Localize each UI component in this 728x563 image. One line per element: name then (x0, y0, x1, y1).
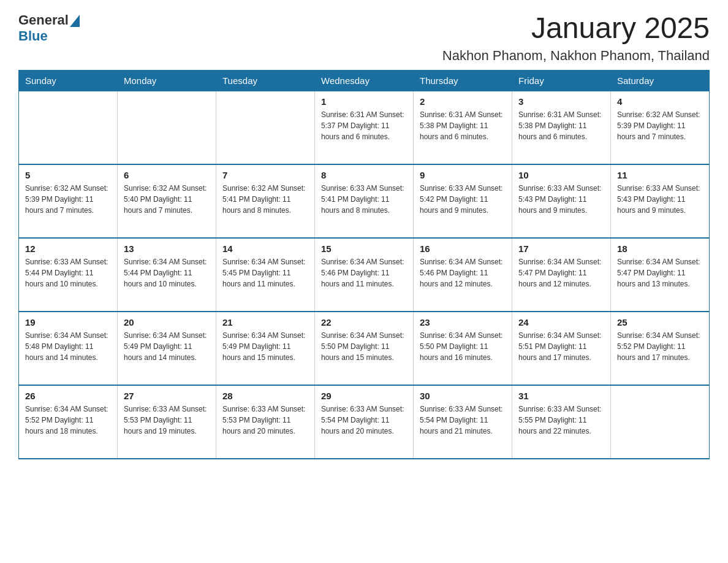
day-info: Sunrise: 6:32 AM Sunset: 5:39 PM Dayligh… (25, 183, 111, 216)
calendar-cell: 16Sunrise: 6:34 AM Sunset: 5:46 PM Dayli… (414, 238, 512, 312)
day-number: 23 (420, 317, 506, 327)
day-info: Sunrise: 6:34 AM Sunset: 5:49 PM Dayligh… (222, 330, 308, 363)
header-day-friday: Friday (512, 70, 611, 91)
calendar-cell: 7Sunrise: 6:32 AM Sunset: 5:41 PM Daylig… (216, 164, 315, 238)
day-number: 31 (518, 391, 604, 401)
page-header: General Blue January 2025 Nakhon Phanom,… (18, 12, 710, 64)
logo: General Blue (18, 12, 80, 44)
day-number: 13 (124, 243, 210, 254)
calendar-cell (19, 91, 118, 164)
header-day-thursday: Thursday (414, 70, 512, 91)
day-number: 21 (222, 317, 308, 327)
day-number: 28 (222, 391, 308, 401)
calendar-cell: 10Sunrise: 6:33 AM Sunset: 5:43 PM Dayli… (512, 164, 611, 238)
calendar-cell: 21Sunrise: 6:34 AM Sunset: 5:49 PM Dayli… (216, 312, 315, 385)
calendar-cell: 22Sunrise: 6:34 AM Sunset: 5:50 PM Dayli… (315, 312, 414, 385)
day-number: 12 (25, 243, 111, 254)
calendar-cell: 29Sunrise: 6:33 AM Sunset: 5:54 PM Dayli… (315, 385, 414, 459)
calendar-cell: 8Sunrise: 6:33 AM Sunset: 5:41 PM Daylig… (315, 164, 414, 238)
day-number: 27 (124, 391, 210, 401)
day-number: 25 (617, 317, 703, 327)
day-number: 2 (420, 96, 506, 107)
calendar-cell: 28Sunrise: 6:33 AM Sunset: 5:53 PM Dayli… (216, 385, 315, 459)
day-number: 3 (518, 96, 604, 107)
location-title: Nakhon Phanom, Nakhon Phanom, Thailand (442, 48, 710, 64)
day-info: Sunrise: 6:33 AM Sunset: 5:54 PM Dayligh… (420, 404, 506, 437)
day-number: 22 (321, 317, 407, 327)
day-info: Sunrise: 6:32 AM Sunset: 5:39 PM Dayligh… (617, 109, 703, 142)
day-number: 9 (420, 170, 506, 180)
calendar-cell: 26Sunrise: 6:34 AM Sunset: 5:52 PM Dayli… (19, 385, 118, 459)
calendar-cell: 23Sunrise: 6:34 AM Sunset: 5:50 PM Dayli… (414, 312, 512, 385)
calendar-cell (611, 385, 710, 459)
calendar-cell: 3Sunrise: 6:31 AM Sunset: 5:38 PM Daylig… (512, 91, 611, 164)
day-info: Sunrise: 6:33 AM Sunset: 5:54 PM Dayligh… (321, 404, 407, 437)
calendar-cell: 25Sunrise: 6:34 AM Sunset: 5:52 PM Dayli… (611, 312, 710, 385)
day-info: Sunrise: 6:31 AM Sunset: 5:37 PM Dayligh… (321, 109, 407, 142)
logo-triangle-icon (70, 15, 80, 27)
calendar-cell: 27Sunrise: 6:33 AM Sunset: 5:53 PM Dayli… (118, 385, 216, 459)
day-number: 10 (518, 170, 604, 180)
calendar-cell: 1Sunrise: 6:31 AM Sunset: 5:37 PM Daylig… (315, 91, 414, 164)
day-info: Sunrise: 6:32 AM Sunset: 5:41 PM Dayligh… (222, 183, 308, 216)
calendar-cell: 15Sunrise: 6:34 AM Sunset: 5:46 PM Dayli… (315, 238, 414, 312)
day-number: 29 (321, 391, 407, 401)
logo-blue: Blue (18, 28, 48, 44)
day-number: 11 (617, 170, 703, 180)
calendar-cell: 5Sunrise: 6:32 AM Sunset: 5:39 PM Daylig… (19, 164, 118, 238)
calendar-cell: 30Sunrise: 6:33 AM Sunset: 5:54 PM Dayli… (414, 385, 512, 459)
day-info: Sunrise: 6:31 AM Sunset: 5:38 PM Dayligh… (518, 109, 604, 142)
day-info: Sunrise: 6:34 AM Sunset: 5:46 PM Dayligh… (420, 256, 506, 289)
day-info: Sunrise: 6:33 AM Sunset: 5:53 PM Dayligh… (222, 404, 308, 437)
day-number: 19 (25, 317, 111, 327)
calendar-cell: 12Sunrise: 6:33 AM Sunset: 5:44 PM Dayli… (19, 238, 118, 312)
day-info: Sunrise: 6:33 AM Sunset: 5:42 PM Dayligh… (420, 183, 506, 216)
day-number: 5 (25, 170, 111, 180)
day-info: Sunrise: 6:34 AM Sunset: 5:51 PM Dayligh… (518, 330, 604, 363)
day-number: 15 (321, 243, 407, 254)
calendar-cell: 24Sunrise: 6:34 AM Sunset: 5:51 PM Dayli… (512, 312, 611, 385)
calendar-cell: 20Sunrise: 6:34 AM Sunset: 5:49 PM Dayli… (118, 312, 216, 385)
header-day-saturday: Saturday (611, 70, 710, 91)
day-info: Sunrise: 6:32 AM Sunset: 5:40 PM Dayligh… (124, 183, 210, 216)
day-number: 17 (518, 243, 604, 254)
calendar-cell: 19Sunrise: 6:34 AM Sunset: 5:48 PM Dayli… (19, 312, 118, 385)
header-row: SundayMondayTuesdayWednesdayThursdayFrid… (19, 70, 710, 91)
day-number: 30 (420, 391, 506, 401)
day-number: 24 (518, 317, 604, 327)
day-number: 26 (25, 391, 111, 401)
header-day-wednesday: Wednesday (315, 70, 414, 91)
calendar-cell: 6Sunrise: 6:32 AM Sunset: 5:40 PM Daylig… (118, 164, 216, 238)
day-info: Sunrise: 6:33 AM Sunset: 5:43 PM Dayligh… (617, 183, 703, 216)
calendar-cell: 13Sunrise: 6:34 AM Sunset: 5:44 PM Dayli… (118, 238, 216, 312)
day-info: Sunrise: 6:33 AM Sunset: 5:53 PM Dayligh… (124, 404, 210, 437)
header-day-sunday: Sunday (19, 70, 118, 91)
week-row-1: 1Sunrise: 6:31 AM Sunset: 5:37 PM Daylig… (19, 91, 710, 164)
week-row-2: 5Sunrise: 6:32 AM Sunset: 5:39 PM Daylig… (19, 164, 710, 238)
day-info: Sunrise: 6:34 AM Sunset: 5:44 PM Dayligh… (124, 256, 210, 289)
day-info: Sunrise: 6:31 AM Sunset: 5:38 PM Dayligh… (420, 109, 506, 142)
header-day-monday: Monday (118, 70, 216, 91)
header-day-tuesday: Tuesday (216, 70, 315, 91)
calendar-cell: 17Sunrise: 6:34 AM Sunset: 5:47 PM Dayli… (512, 238, 611, 312)
day-info: Sunrise: 6:34 AM Sunset: 5:50 PM Dayligh… (321, 330, 407, 363)
logo-general: General (18, 12, 69, 28)
calendar-cell (118, 91, 216, 164)
day-info: Sunrise: 6:34 AM Sunset: 5:47 PM Dayligh… (617, 256, 703, 289)
day-info: Sunrise: 6:33 AM Sunset: 5:55 PM Dayligh… (518, 404, 604, 437)
day-info: Sunrise: 6:34 AM Sunset: 5:50 PM Dayligh… (420, 330, 506, 363)
week-row-4: 19Sunrise: 6:34 AM Sunset: 5:48 PM Dayli… (19, 312, 710, 385)
day-info: Sunrise: 6:33 AM Sunset: 5:41 PM Dayligh… (321, 183, 407, 216)
day-info: Sunrise: 6:34 AM Sunset: 5:47 PM Dayligh… (518, 256, 604, 289)
calendar-cell: 18Sunrise: 6:34 AM Sunset: 5:47 PM Dayli… (611, 238, 710, 312)
week-row-3: 12Sunrise: 6:33 AM Sunset: 5:44 PM Dayli… (19, 238, 710, 312)
day-info: Sunrise: 6:34 AM Sunset: 5:49 PM Dayligh… (124, 330, 210, 363)
day-number: 18 (617, 243, 703, 254)
title-section: January 2025 Nakhon Phanom, Nakhon Phano… (442, 12, 710, 64)
day-number: 1 (321, 96, 407, 107)
day-number: 4 (617, 96, 703, 107)
calendar-cell: 14Sunrise: 6:34 AM Sunset: 5:45 PM Dayli… (216, 238, 315, 312)
day-info: Sunrise: 6:33 AM Sunset: 5:44 PM Dayligh… (25, 256, 111, 289)
svg-marker-0 (70, 15, 80, 27)
calendar-cell (216, 91, 315, 164)
